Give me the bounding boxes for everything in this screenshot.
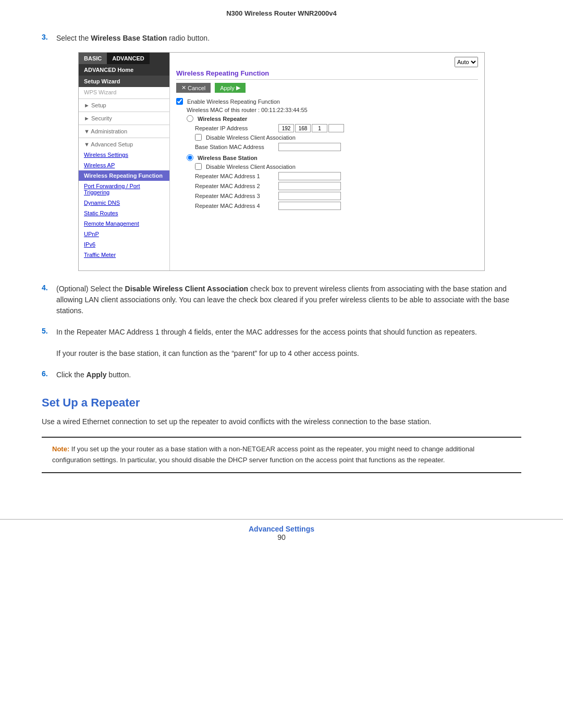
sidebar-dynamic-dns[interactable]: Dynamic DNS <box>79 198 169 208</box>
sidebar-setup[interactable]: ► Setup <box>79 100 169 110</box>
sidebar-wireless-settings[interactable]: Wireless Settings <box>79 150 169 160</box>
sidebar-upnp[interactable]: UPnP <box>79 229 169 239</box>
cancel-button[interactable]: ✕ Cancel <box>176 83 211 93</box>
sidebar-ipv6[interactable]: IPv6 <box>79 239 169 250</box>
repeater-mac-4-row: Repeater MAC Address 4 <box>195 202 478 210</box>
repeater-mac-3-label: Repeater MAC Address 3 <box>195 193 278 199</box>
step-5-block: 5. In the Repeater MAC Address 1 through… <box>42 327 521 341</box>
section-intro: Use a wired Ethernet connection to set u… <box>42 416 521 427</box>
sidebar-divider-3 <box>79 125 169 125</box>
footer-page: 90 <box>0 533 563 541</box>
step-4-block: 4. (Optional) Select the Disable Wireles… <box>42 283 521 319</box>
wireless-base-station-label: Wireless Base Station <box>198 155 258 161</box>
document-title: N300 Wireless Router WNR2000v4 <box>226 9 337 17</box>
step-5-note-header: 5. If your router is the base station, i… <box>42 348 521 359</box>
sidebar-setup-wizard[interactable]: Setup Wizard <box>79 76 169 87</box>
note-label: Note: <box>52 445 69 453</box>
step-3-header: 3. Select the Wireless Base Station radi… <box>42 33 521 44</box>
tab-advanced[interactable]: ADVANCED <box>107 53 150 64</box>
enable-repeating-label: Enable Wireless Repeating Function <box>187 98 280 105</box>
step-3-text: Select the Wireless Base Station radio b… <box>56 33 210 44</box>
page-footer: Advanced Settings 90 <box>0 519 563 547</box>
tab-basic[interactable]: BASIC <box>79 53 107 64</box>
step-4-header: 4. (Optional) Select the Disable Wireles… <box>42 283 521 316</box>
step-4-text: (Optional) Select the Disable Wireless C… <box>56 283 521 316</box>
enable-repeating-row: Enable Wireless Repeating Function <box>176 98 478 105</box>
main-content: 3. Select the Wireless Base Station radi… <box>0 22 563 503</box>
wireless-repeater-row: Wireless Repeater <box>187 115 478 122</box>
repeater-mac-4-label: Repeater MAC Address 4 <box>195 203 278 209</box>
apply-button[interactable]: Apply ▶ <box>215 83 246 93</box>
page-header: N300 Wireless Router WNR2000v4 <box>0 0 563 22</box>
ip-field-3[interactable] <box>312 124 327 132</box>
sidebar-wireless-repeating[interactable]: Wireless Repeating Function <box>79 170 169 181</box>
ip-field-1[interactable] <box>278 124 294 132</box>
ip-field-2[interactable] <box>295 124 311 132</box>
mac-info: Wireless MAC of this router : 00:11:22:3… <box>187 107 478 113</box>
note-box: Note: If you set up the your router as a… <box>42 437 521 473</box>
step-4-number: 4. <box>42 283 54 316</box>
step-5-header: 5. In the Repeater MAC Address 1 through… <box>42 327 521 338</box>
wireless-repeater-label: Wireless Repeater <box>198 116 247 122</box>
disable-client-assoc-base-checkbox[interactable] <box>195 163 202 170</box>
disable-client-assoc-repeater-checkbox[interactable] <box>195 134 202 141</box>
panel-title: Wireless Repeating Function <box>176 69 478 80</box>
step-6-block: 6. Click the Apply button. <box>42 369 521 384</box>
disable-client-assoc-base-label: Disable Wireless Client Association <box>206 164 296 170</box>
step-5-note-text: If your router is the base station, it c… <box>56 348 359 359</box>
wireless-base-station-row: Wireless Base Station <box>187 154 478 161</box>
repeater-mac-2-row: Repeater MAC Address 2 <box>195 182 478 190</box>
step-3-number: 3. <box>42 33 54 44</box>
step-6-header: 6. Click the Apply button. <box>42 369 521 380</box>
sidebar-administration[interactable]: ▼ Administration <box>79 126 169 137</box>
sidebar-divider-1 <box>79 98 169 99</box>
repeater-mac-1-label: Repeater MAC Address 1 <box>195 173 278 179</box>
sidebar-remote-management[interactable]: Remote Management <box>79 218 169 229</box>
sidebar-security[interactable]: ► Security <box>79 113 169 124</box>
auto-select[interactable]: Auto <box>455 57 478 67</box>
repeater-mac-1-row: Repeater MAC Address 1 <box>195 172 478 180</box>
disable-client-assoc-repeater-label: Disable Wireless Client Association <box>206 134 296 141</box>
sidebar-divider-2 <box>79 112 169 112</box>
sidebar-divider-4 <box>79 138 169 138</box>
repeater-mac-2-label: Repeater MAC Address 2 <box>195 183 278 189</box>
base-station-mac-row: Base Station MAC Address <box>195 143 478 151</box>
ip-fields <box>278 124 344 132</box>
repeater-mac-4-input[interactable] <box>278 202 341 210</box>
sidebar-wireless-ap[interactable]: Wireless AP <box>79 160 169 170</box>
enable-repeating-checkbox[interactable] <box>176 98 183 105</box>
repeater-ip-label: Repeater IP Address <box>195 125 278 131</box>
sidebar-traffic-meter[interactable]: Traffic Meter <box>79 250 169 260</box>
step-5-text: In the Repeater MAC Address 1 through 4 … <box>56 327 477 338</box>
panel-top-bar: Auto <box>176 57 478 67</box>
panel-toolbar: ✕ Cancel Apply ▶ <box>176 83 478 93</box>
repeater-mac-1-input[interactable] <box>278 172 341 180</box>
base-station-mac-input[interactable] <box>278 143 341 151</box>
wireless-base-station-radio[interactable] <box>187 154 193 161</box>
tab-bar: BASIC ADVANCED <box>79 53 169 64</box>
step-6-text: Click the Apply button. <box>56 369 131 380</box>
step-5-note-block: 5. If your router is the base station, i… <box>42 348 521 362</box>
sidebar-advanced-home[interactable]: ADVANCED Home <box>79 64 169 76</box>
ip-field-4[interactable] <box>328 124 344 132</box>
disable-client-assoc-repeater-row: Disable Wireless Client Association <box>195 134 478 141</box>
repeater-mac-2-input[interactable] <box>278 182 341 190</box>
router-main-panel: Auto Wireless Repeating Function ✕ Cance… <box>170 53 484 270</box>
step-3-block: 3. Select the Wireless Base Station radi… <box>42 33 521 276</box>
sidebar-port-forwarding[interactable]: Port Forwarding / Port Triggering <box>79 181 169 198</box>
section-heading: Set Up a Repeater <box>42 396 521 410</box>
sidebar-static-routes[interactable]: Static Routes <box>79 208 169 218</box>
cancel-x-icon: ✕ <box>181 84 186 91</box>
sidebar-advanced-setup[interactable]: ▼ Advanced Setup <box>79 139 169 150</box>
step-5-number: 5. <box>42 327 54 338</box>
step-6-number: 6. <box>42 369 54 380</box>
base-station-mac-label: Base Station MAC Address <box>195 144 278 150</box>
footer-title: Advanced Settings <box>0 525 563 533</box>
router-sidebar: BASIC ADVANCED ADVANCED Home Setup Wizar… <box>79 53 170 270</box>
sidebar-wps-wizard[interactable]: WPS Wizard <box>79 87 169 97</box>
apply-arrow-icon: ▶ <box>236 84 240 91</box>
repeater-mac-3-input[interactable] <box>278 192 341 200</box>
repeater-mac-3-row: Repeater MAC Address 3 <box>195 192 478 200</box>
repeater-ip-row: Repeater IP Address <box>195 124 478 132</box>
wireless-repeater-radio[interactable] <box>187 115 193 122</box>
